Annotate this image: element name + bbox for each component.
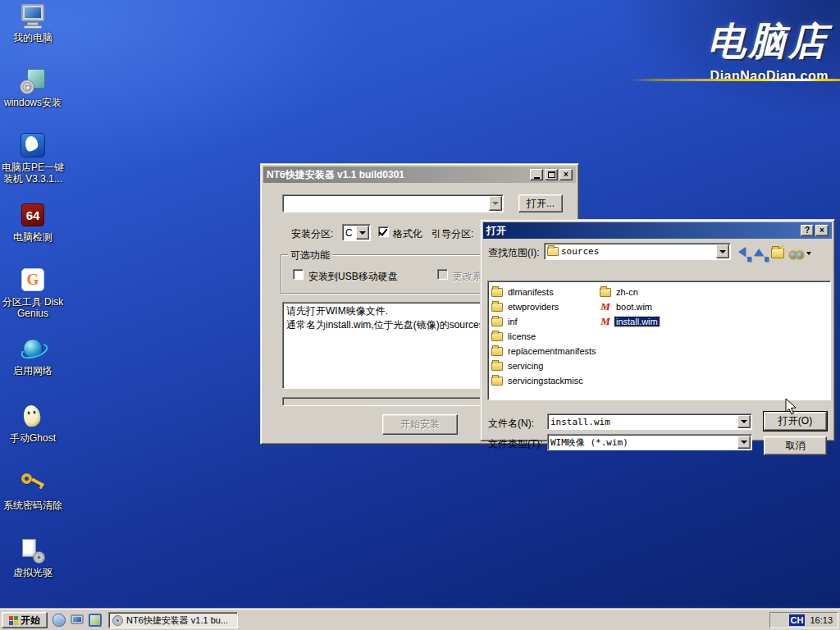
system-tray: CH 16:13	[769, 612, 838, 628]
new-folder-icon[interactable]	[770, 245, 785, 260]
dialog-titlebar[interactable]: 打开 ? ×	[483, 222, 832, 239]
maximize-button[interactable]	[545, 169, 558, 180]
partition-combobox[interactable]: C	[342, 224, 371, 241]
folder-icon	[491, 303, 503, 312]
file-item[interactable]: zh-cn	[600, 285, 660, 299]
my-computer-icon	[19, 2, 47, 30]
task-button-label: NT6快捷安装器 v1.1 bu...	[126, 614, 228, 627]
wim-path-combobox[interactable]	[282, 194, 504, 212]
file-item[interactable]: servicing	[491, 358, 598, 373]
quicklaunch-ghost-icon[interactable]	[52, 614, 66, 627]
filetype-combobox[interactable]: WIM映像 (*.wim)	[547, 434, 752, 450]
open-file-dialog: 打开 ? × 查找范围(I): sources dlmanifests etwp…	[480, 219, 835, 441]
help-button[interactable]: ?	[801, 225, 814, 236]
desktop-icon-label: 电脑店PE一键装机 V3.3.1...	[2, 162, 64, 185]
minimize-button[interactable]	[530, 169, 543, 180]
language-indicator[interactable]: CH	[789, 614, 806, 626]
desktop-icon-label: 电脑检测	[2, 231, 64, 243]
close-button[interactable]: ×	[815, 225, 829, 236]
folder-icon	[491, 377, 503, 386]
desktop-icon-manual-ghost[interactable]: 手动Ghost	[2, 403, 64, 444]
desktop-icon-label: 分区工具 DiskGenius	[2, 296, 64, 319]
file-item-selected[interactable]: Minstall.wim	[600, 314, 660, 329]
desktop-icon-label: 系统密码清除	[2, 500, 64, 511]
start-button[interactable]: 开始	[2, 612, 48, 628]
usb-install-label: 安装到USB移动硬盘	[308, 270, 398, 284]
desktop-icon-pc-check[interactable]: 64 电脑检测	[2, 202, 64, 243]
desktop-icon-diskgenius[interactable]: G 分区工具 DiskGenius	[2, 267, 64, 319]
filename-label: 文件名(N):	[488, 417, 534, 431]
brand-domain: DianNaoDian.com	[708, 69, 829, 84]
installer-title: NT6快捷安装器 v1.1 build0301	[267, 168, 404, 182]
task-button-nt6-installer[interactable]: NT6快捷安装器 v1.1 bu...	[108, 612, 238, 628]
file-item[interactable]: dlmanifests	[491, 285, 598, 299]
desktop-icon-virtual-drive[interactable]: 虚拟光驱	[2, 537, 64, 578]
desktop-icon-pe-onekey[interactable]: 电脑店PE一键装机 V3.3.1...	[2, 132, 64, 185]
folder-icon	[491, 332, 503, 341]
usb-install-checkbox[interactable]	[293, 269, 304, 280]
desktop-icon-label: 虚拟光驱	[2, 567, 64, 578]
look-in-value: sources	[559, 246, 715, 257]
cd-icon	[112, 615, 123, 626]
start-label: 开始	[21, 614, 40, 628]
optional-features-legend: 可选功能	[288, 249, 332, 262]
dialog-cancel-button[interactable]: 取消	[764, 436, 827, 455]
quicklaunch-display-icon[interactable]	[71, 614, 84, 624]
file-item[interactable]: servicingstackmisc	[491, 373, 598, 388]
format-label: 格式化	[393, 227, 422, 241]
dialog-title: 打开	[486, 224, 506, 238]
browse-open-button[interactable]: 打开...	[518, 194, 563, 212]
pe-onekey-icon	[19, 132, 47, 160]
file-item[interactable]: license	[491, 329, 598, 344]
desktop-icon-label: 手动Ghost	[2, 432, 64, 444]
start-logo-icon	[9, 616, 18, 625]
diskgenius-icon: G	[19, 267, 47, 294]
folder-icon	[491, 347, 503, 356]
dropdown-button[interactable]	[489, 196, 502, 211]
file-item[interactable]: etwproviders	[491, 299, 598, 314]
view-menu-icon[interactable]	[789, 247, 804, 262]
open-folder-icon	[547, 247, 559, 256]
folder-icon	[491, 362, 503, 371]
start-install-button[interactable]: 开始安装	[382, 414, 458, 435]
filetype-value: WIM映像 (*.wim)	[548, 436, 737, 449]
boot-partition-label: 引导分区:	[431, 227, 473, 241]
dropdown-button[interactable]	[356, 226, 369, 240]
mouse-cursor	[785, 398, 797, 416]
view-menu-dropdown-icon[interactable]	[806, 252, 811, 255]
clock: 16:13	[810, 615, 833, 625]
partition-value: C	[343, 227, 355, 239]
file-item[interactable]: replacementmanifests	[491, 344, 598, 358]
back-icon[interactable]	[734, 244, 749, 259]
dropdown-button[interactable]	[737, 436, 751, 449]
installer-titlebar[interactable]: NT6快捷安装器 v1.1 build0301 ×	[263, 167, 576, 183]
desktop-icon-enable-network[interactable]: 启用网络	[2, 336, 64, 377]
key-icon	[19, 470, 47, 498]
taskbar: 开始 NT6快捷安装器 v1.1 bu... CH 16:13	[0, 609, 840, 630]
partition-label: 安装分区:	[291, 227, 333, 241]
windows-install-icon	[19, 67, 47, 95]
desktop-icon-label: windows安装	[2, 97, 64, 108]
desktop-icon-password-clear[interactable]: 系统密码清除	[2, 470, 64, 511]
file-item[interactable]: inf	[491, 314, 598, 329]
gold-divider-line	[630, 79, 840, 81]
network-globe-icon	[19, 336, 47, 363]
folder-icon	[491, 288, 503, 297]
up-one-level-icon[interactable]	[751, 244, 766, 259]
dropdown-button[interactable]	[716, 244, 729, 258]
look-in-combobox[interactable]: sources	[544, 243, 731, 260]
dropdown-button[interactable]	[737, 415, 751, 428]
file-item[interactable]: Mboot.wim	[600, 299, 660, 314]
change-system-checkbox	[437, 269, 448, 280]
desktop-icon-windows-install[interactable]: windows安装	[2, 67, 64, 108]
desktop-icon-label: 我的电脑	[2, 32, 64, 43]
format-checkbox[interactable]	[378, 226, 389, 237]
filename-combobox[interactable]: install.wim	[547, 413, 752, 430]
brand-logo: 电脑店 DianNaoDian.com	[708, 16, 829, 84]
quicklaunch-display-properties-icon[interactable]	[89, 614, 102, 627]
close-button[interactable]: ×	[559, 169, 573, 180]
pc-check-64-icon: 64	[19, 202, 47, 230]
file-list[interactable]: dlmanifests etwproviders inf license rep…	[487, 281, 831, 400]
look-in-label: 查找范围(I):	[488, 246, 540, 260]
desktop-icon-my-computer[interactable]: 我的电脑	[2, 2, 64, 43]
